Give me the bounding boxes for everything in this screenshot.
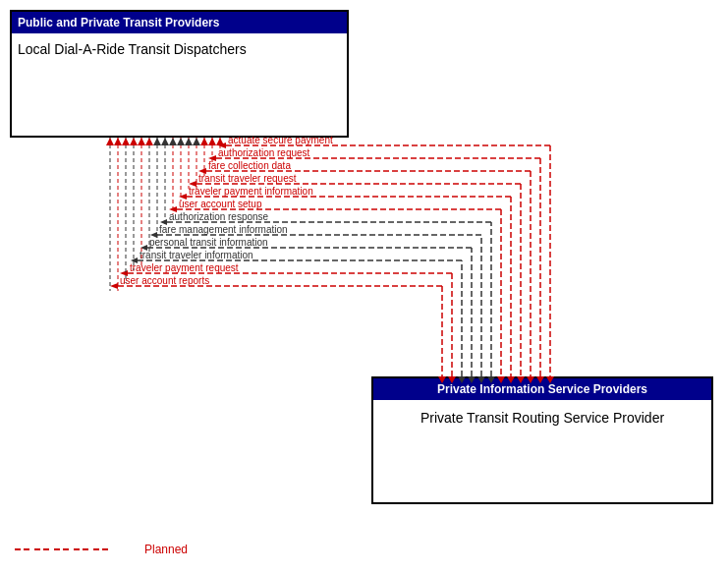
svg-text:authorization response: authorization response [169, 211, 269, 222]
svg-marker-22 [507, 376, 515, 383]
svg-marker-44 [468, 376, 476, 383]
svg-marker-12 [527, 376, 534, 383]
svg-text:authorization request: authorization request [218, 147, 310, 158]
svg-marker-84 [177, 138, 185, 145]
svg-marker-34 [487, 376, 495, 383]
svg-marker-83 [169, 138, 177, 145]
svg-marker-59 [110, 283, 118, 289]
diagram-svg: actuate secure payment authorization req… [0, 0, 728, 574]
svg-marker-75 [106, 138, 114, 145]
svg-marker-77 [122, 138, 130, 145]
svg-marker-27 [497, 376, 505, 383]
svg-marker-81 [153, 138, 161, 145]
svg-marker-2 [546, 376, 554, 383]
svg-marker-76 [114, 138, 122, 145]
diagram-container: Public and Private Transit Providers Loc… [0, 0, 728, 574]
svg-marker-7 [536, 376, 544, 383]
svg-text:fare management information: fare management information [159, 224, 288, 235]
svg-marker-89 [216, 138, 224, 145]
svg-marker-88 [208, 138, 216, 145]
svg-marker-17 [517, 376, 525, 383]
svg-text:user account setup: user account setup [179, 199, 262, 209]
svg-marker-49 [458, 376, 466, 383]
svg-text:transit traveler information: transit traveler information [140, 250, 253, 260]
svg-text:fare collection data: fare collection data [208, 160, 291, 171]
svg-text:transit traveler request: transit traveler request [198, 173, 297, 184]
svg-marker-87 [200, 138, 208, 145]
legend-line-svg [15, 544, 133, 555]
svg-marker-80 [145, 138, 153, 145]
legend: Planned [15, 543, 188, 556]
svg-text:traveler payment request: traveler payment request [130, 262, 239, 273]
svg-marker-57 [438, 376, 446, 383]
svg-marker-39 [477, 376, 485, 383]
legend-label: Planned [144, 543, 188, 556]
svg-marker-78 [130, 138, 138, 145]
svg-marker-85 [185, 138, 193, 145]
svg-marker-82 [161, 138, 169, 145]
svg-text:traveler payment information: traveler payment information [189, 186, 313, 197]
svg-text:personal transit information: personal transit information [149, 237, 268, 248]
svg-marker-79 [138, 138, 145, 145]
svg-text:user account reports: user account reports [120, 275, 209, 286]
svg-marker-86 [193, 138, 200, 145]
svg-text:actuate secure payment: actuate secure payment [228, 135, 333, 145]
svg-marker-52 [448, 376, 456, 383]
